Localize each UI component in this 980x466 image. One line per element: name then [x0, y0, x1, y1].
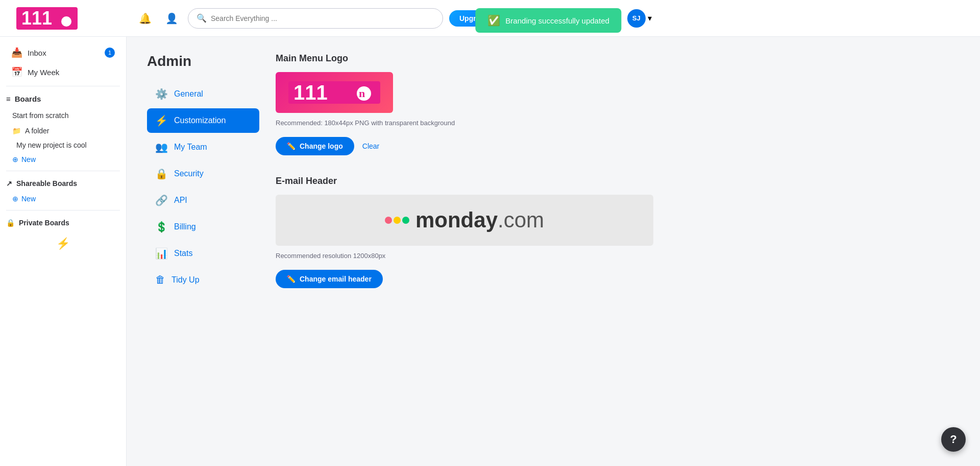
search-box[interactable]: 🔍	[188, 8, 443, 29]
email-action-row: ✏️ Change email header	[276, 270, 960, 288]
admin-nav-stats[interactable]: 📊 Stats	[147, 241, 259, 266]
stats-label: Stats	[174, 249, 192, 258]
toast-notification: ✅ Branding successfully updated	[475, 8, 621, 33]
flash-icon[interactable]: ⚡	[56, 237, 70, 250]
page-body: 📥 Inbox 1 📅 My Week ≡ Boards Start from …	[0, 37, 980, 466]
admin-title: Admin	[147, 53, 259, 69]
my-team-icon: 👥	[155, 141, 168, 153]
customization-label: Customization	[174, 116, 226, 125]
pencil-icon: ✏️	[287, 142, 296, 150]
board-label: My new project is cool	[16, 141, 87, 149]
general-icon: ⚙️	[155, 88, 168, 100]
customization-content: Main Menu Logo 111 n Recommended: 180x44…	[276, 53, 960, 309]
dot-green	[402, 217, 409, 224]
clear-logo-button[interactable]: Clear	[362, 142, 379, 150]
monday-wordmark: monday.com	[415, 208, 544, 232]
nav-divider-2	[6, 171, 120, 171]
folder-icon: 📁	[12, 127, 21, 135]
logo-action-row: ✏️ Change logo Clear	[276, 137, 960, 155]
admin-nav-my-team[interactable]: 👥 My Team	[147, 135, 259, 159]
email-header-preview: monday.com	[276, 195, 653, 246]
new-board-label: New	[21, 155, 36, 164]
logo-area: 111 n	[8, 7, 135, 30]
private-boards-header[interactable]: 🔒 Private Boards	[0, 215, 126, 231]
folder-label: A folder	[25, 127, 49, 135]
avatar-chevron-icon: ▾	[648, 13, 652, 23]
search-input[interactable]	[211, 14, 434, 22]
toast-message: Branding successfully updated	[505, 16, 609, 25]
logo-preview-svg: 111 n	[288, 81, 380, 104]
logo-preview: 111 n	[276, 72, 393, 113]
start-from-scratch[interactable]: Start from scratch	[0, 107, 126, 124]
nav-divider-1	[6, 86, 120, 86]
email-header-title: E-mail Header	[276, 176, 960, 187]
admin-nav-billing[interactable]: 💲 Billing	[147, 215, 259, 239]
new-shareable-button[interactable]: ⊕ New	[0, 192, 126, 206]
new-board-plus-icon: ⊕	[12, 155, 18, 164]
api-label: API	[174, 196, 187, 205]
main-content: Admin ⚙️ General ⚡ Customization 👥 My Te…	[127, 37, 980, 466]
admin-nav-tidy-up[interactable]: 🗑 Tidy Up	[147, 268, 259, 292]
stats-icon: 📊	[155, 247, 168, 260]
boards-header[interactable]: ≡ Boards	[0, 90, 126, 107]
share-icon: ↗	[6, 179, 12, 188]
security-icon: 🔒	[155, 168, 168, 180]
billing-label: Billing	[174, 222, 196, 231]
monday-logo: monday.com	[385, 208, 544, 232]
nav-inbox[interactable]: 📥 Inbox 1	[6, 43, 120, 62]
api-icon: 🔗	[155, 194, 168, 206]
change-email-header-button[interactable]: ✏️ Change email header	[276, 270, 383, 288]
change-logo-button[interactable]: ✏️ Change logo	[276, 137, 354, 155]
logo-section-title: Main Menu Logo	[276, 53, 960, 64]
change-email-label: Change email header	[300, 275, 372, 283]
tidy-up-icon: 🗑	[155, 274, 165, 286]
board-item[interactable]: My new project is cool	[0, 138, 126, 152]
new-shareable-plus-icon: ⊕	[12, 195, 18, 203]
shareable-label: Shareable Boards	[16, 179, 77, 188]
billing-icon: 💲	[155, 221, 168, 233]
boards-icon: ≡	[6, 95, 11, 103]
left-navigation: 📥 Inbox 1 📅 My Week ≡ Boards Start from …	[0, 37, 127, 466]
private-label: Private Boards	[19, 219, 69, 227]
boards-label: Boards	[15, 95, 41, 103]
start-label: Start from scratch	[12, 111, 68, 120]
admin-nav-customization[interactable]: ⚡ Customization	[147, 108, 259, 133]
team-button[interactable]: 👤	[161, 8, 182, 29]
dot-yellow	[394, 217, 401, 224]
help-button[interactable]: ?	[941, 427, 966, 452]
logo-hint: Recommended: 180x44px PNG with transpare…	[276, 119, 960, 127]
change-logo-label: Change logo	[300, 142, 343, 150]
dot-red	[385, 217, 392, 224]
general-label: General	[174, 89, 203, 99]
avatar: SJ	[627, 9, 646, 28]
admin-layout: Admin ⚙️ General ⚡ Customization 👥 My Te…	[147, 53, 960, 309]
app-logo: 111 n	[16, 7, 78, 30]
check-icon: ✅	[487, 14, 500, 27]
folder-item[interactable]: 📁 A folder	[0, 124, 126, 138]
svg-text:111: 111	[293, 81, 328, 104]
nav-my-week[interactable]: 📅 My Week	[6, 62, 120, 82]
notifications-button[interactable]: 🔔	[135, 8, 155, 29]
avatar-dropdown[interactable]: SJ ▾	[627, 9, 652, 28]
admin-sidebar: Admin ⚙️ General ⚡ Customization 👥 My Te…	[147, 53, 259, 309]
nav-divider-3	[6, 210, 120, 211]
tidy-up-label: Tidy Up	[172, 275, 200, 285]
monday-dots	[385, 217, 409, 224]
email-hint: Recommended resolution 1200x80px	[276, 252, 960, 260]
my-team-label: My Team	[174, 143, 207, 152]
svg-text:111: 111	[21, 8, 52, 29]
bottom-flash: ⚡	[0, 231, 126, 257]
svg-point-3	[61, 16, 71, 27]
inbox-label: Inbox	[28, 49, 46, 57]
shareable-boards-header[interactable]: ↗ Shareable Boards	[0, 175, 126, 192]
admin-nav-security[interactable]: 🔒 Security	[147, 161, 259, 186]
admin-nav-api[interactable]: 🔗 API	[147, 188, 259, 213]
svg-text:n: n	[359, 87, 365, 100]
new-shareable-label: New	[21, 195, 36, 203]
admin-nav-general[interactable]: ⚙️ General	[147, 82, 259, 106]
new-board-button[interactable]: ⊕ New	[0, 152, 126, 167]
inbox-icon: 📥	[11, 47, 22, 58]
inbox-badge: 1	[105, 48, 115, 58]
my-week-label: My Week	[28, 68, 59, 77]
calendar-icon: 📅	[11, 66, 22, 78]
